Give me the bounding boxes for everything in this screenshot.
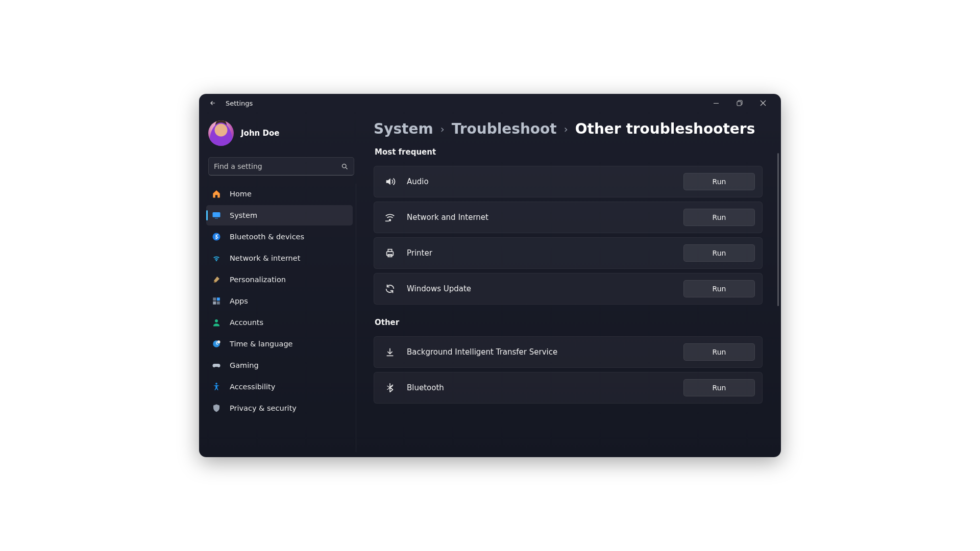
scroll-indicator[interactable] xyxy=(777,153,779,306)
search-icon xyxy=(341,163,349,170)
run-button[interactable]: Run xyxy=(683,280,755,297)
breadcrumb-troubleshoot[interactable]: Troubleshoot xyxy=(452,120,557,137)
sidebar-item-apps[interactable]: Apps xyxy=(206,291,353,311)
window-title: Settings xyxy=(226,99,253,107)
sidebar-item-gaming[interactable]: Gaming xyxy=(206,355,353,375)
svg-rect-9 xyxy=(213,302,216,305)
troubleshooter-label: Printer xyxy=(407,248,672,258)
run-button[interactable]: Run xyxy=(683,343,755,361)
sidebar-item-label: Personalization xyxy=(230,276,286,284)
user-name: John Doe xyxy=(241,129,279,138)
troubleshooter-label: Windows Update xyxy=(407,284,672,293)
sidebar-item-label: Privacy & security xyxy=(230,404,297,412)
search-field[interactable] xyxy=(208,157,354,176)
display-icon xyxy=(211,210,222,220)
sidebar-item-label: System xyxy=(230,211,257,219)
svg-point-11 xyxy=(215,319,218,322)
avatar xyxy=(208,120,234,146)
sidebar-item-label: Accounts xyxy=(230,318,263,327)
troubleshooter-windows-update: Windows Update Run xyxy=(374,273,763,305)
run-button[interactable]: Run xyxy=(683,209,755,226)
bluetooth-icon xyxy=(211,232,222,242)
close-button[interactable] xyxy=(751,95,775,111)
content-scroll[interactable]: Most frequent Audio Run Network and Inte… xyxy=(374,144,770,414)
troubleshooter-printer: Printer Run xyxy=(374,237,763,269)
sidebar-item-label: Bluetooth & devices xyxy=(230,233,304,241)
sidebar-item-network[interactable]: Network & internet xyxy=(206,248,353,268)
svg-point-13 xyxy=(217,340,220,343)
search-input[interactable] xyxy=(214,162,341,170)
svg-point-14 xyxy=(215,383,217,385)
accessibility-icon xyxy=(211,382,222,392)
sidebar-item-home[interactable]: Home xyxy=(206,184,353,204)
troubleshooter-label: Network and Internet xyxy=(407,213,672,222)
run-button[interactable]: Run xyxy=(683,244,755,262)
section-title-most-frequent: Most frequent xyxy=(375,147,763,157)
sidebar-item-system[interactable]: System xyxy=(206,205,353,226)
run-button[interactable]: Run xyxy=(683,173,755,190)
troubleshooter-network: Network and Internet Run xyxy=(374,202,763,233)
troubleshooter-label: Background Intelligent Transfer Service xyxy=(407,347,672,357)
svg-rect-8 xyxy=(217,297,220,300)
section-title-other: Other xyxy=(375,318,763,327)
audio-icon xyxy=(384,176,396,187)
sidebar-item-personalization[interactable]: Personalization xyxy=(206,269,353,290)
clock-globe-icon xyxy=(211,339,222,349)
apps-icon xyxy=(211,296,222,306)
troubleshooter-label: Audio xyxy=(407,177,672,186)
sidebar-item-label: Home xyxy=(230,190,252,198)
home-icon xyxy=(211,189,222,199)
back-button[interactable] xyxy=(208,99,217,107)
sync-icon xyxy=(384,283,396,294)
breadcrumb: System › Troubleshoot › Other troublesho… xyxy=(374,118,770,144)
troubleshooter-audio: Audio Run xyxy=(374,166,763,197)
svg-point-3 xyxy=(342,164,347,168)
shield-icon xyxy=(211,403,222,413)
sidebar-item-label: Network & internet xyxy=(230,254,300,262)
svg-point-15 xyxy=(389,219,391,221)
troubleshooter-label: Bluetooth xyxy=(407,383,672,392)
troubleshooter-bluetooth: Bluetooth Run xyxy=(374,372,763,404)
troubleshooter-bits: Background Intelligent Transfer Service … xyxy=(374,336,763,368)
svg-rect-5 xyxy=(215,218,218,219)
sidebar: John Doe Home xyxy=(199,112,362,457)
sidebar-item-label: Accessibility xyxy=(230,383,275,391)
svg-rect-4 xyxy=(213,212,220,217)
sidebar-item-label: Gaming xyxy=(230,361,259,369)
printer-icon xyxy=(384,247,396,259)
gamepad-icon xyxy=(211,360,222,370)
svg-rect-17 xyxy=(388,249,391,252)
bluetooth-icon xyxy=(384,382,396,393)
sidebar-item-accounts[interactable]: Accounts xyxy=(206,312,353,333)
sidebar-item-privacy[interactable]: Privacy & security xyxy=(206,398,353,418)
breadcrumb-system[interactable]: System xyxy=(374,120,433,137)
run-button[interactable]: Run xyxy=(683,379,755,396)
breadcrumb-current: Other troubleshooters xyxy=(575,120,755,137)
sidebar-item-label: Apps xyxy=(230,297,248,305)
network-icon xyxy=(384,212,396,223)
profile-block[interactable]: John Doe xyxy=(206,117,356,153)
chevron-right-icon: › xyxy=(440,123,445,135)
titlebar: Settings xyxy=(199,94,781,112)
settings-window: Settings John Doe xyxy=(199,94,781,457)
person-icon xyxy=(211,317,222,328)
svg-rect-7 xyxy=(213,297,216,300)
wifi-icon xyxy=(211,253,222,263)
svg-rect-10 xyxy=(217,302,220,305)
sidebar-nav: Home System Bluetooth & devices xyxy=(206,184,356,452)
svg-rect-0 xyxy=(714,103,719,104)
sidebar-item-bluetooth[interactable]: Bluetooth & devices xyxy=(206,227,353,247)
sidebar-item-time-language[interactable]: Time & language xyxy=(206,334,353,354)
brush-icon xyxy=(211,274,222,285)
minimize-button[interactable] xyxy=(704,95,728,111)
sidebar-item-accessibility[interactable]: Accessibility xyxy=(206,377,353,397)
sidebar-item-label: Time & language xyxy=(230,340,293,348)
chevron-right-icon: › xyxy=(564,123,568,135)
download-icon xyxy=(384,346,396,358)
svg-rect-2 xyxy=(737,102,741,106)
maximize-button[interactable] xyxy=(728,95,751,111)
svg-point-6 xyxy=(213,233,220,241)
main-content: System › Troubleshoot › Other troublesho… xyxy=(362,112,781,457)
